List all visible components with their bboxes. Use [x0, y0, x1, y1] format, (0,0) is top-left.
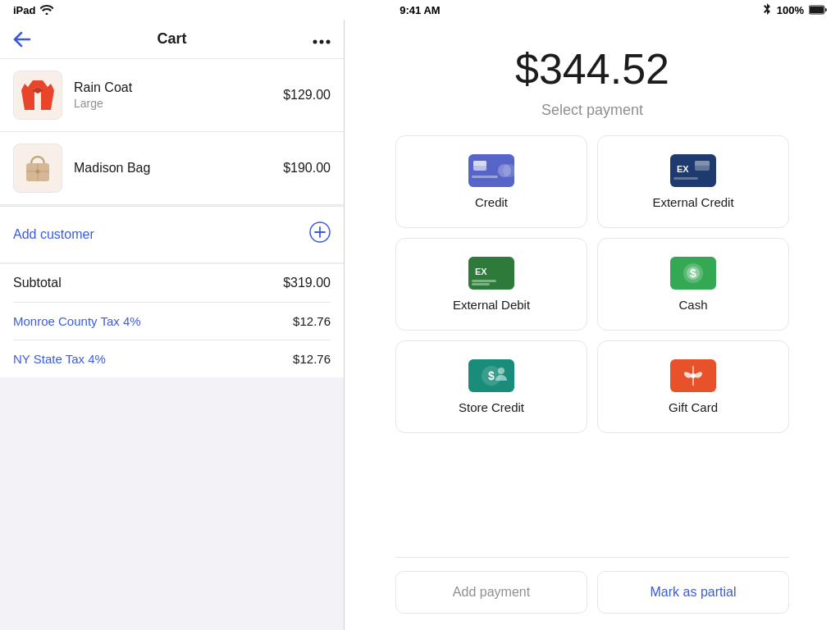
more-options-button[interactable]	[313, 30, 331, 48]
cart-header: Cart	[0, 20, 344, 59]
bottom-buttons: Add payment Mark as partial	[395, 557, 789, 630]
back-button[interactable]	[13, 31, 31, 48]
svg-point-3	[313, 40, 317, 44]
cart-items-list: Rain Coat Large $129.00	[0, 59, 344, 205]
credit-label: Credit	[475, 195, 508, 209]
item-image-bag	[13, 144, 62, 193]
tax-row-1: Monroe County Tax 4% $12.76	[13, 303, 331, 340]
total-amount: $344.52	[515, 44, 669, 94]
status-right: 100%	[762, 3, 827, 16]
store-credit-icon: $	[468, 359, 514, 392]
svg-point-39	[498, 368, 504, 374]
credit-option[interactable]: Credit	[395, 135, 587, 228]
credit-icon	[468, 154, 514, 187]
store-credit-option[interactable]: $ Store Credit	[395, 340, 587, 433]
svg-rect-31	[472, 283, 490, 285]
cart-item: Madison Bag $190.00	[0, 132, 344, 205]
svg-rect-27	[673, 177, 698, 180]
cash-icon: $	[670, 257, 716, 290]
add-customer-button[interactable]: Add customer	[0, 206, 344, 263]
item-price-coat: $129.00	[283, 88, 331, 103]
item-image-coat	[13, 71, 62, 120]
tax-label-1: Monroe County Tax 4%	[13, 314, 141, 328]
cart-panel: Cart	[0, 20, 345, 630]
totals-section: Subtotal $319.00 Monroe County Tax 4% $1…	[0, 264, 344, 377]
svg-rect-19	[473, 161, 486, 166]
svg-text:$: $	[488, 369, 495, 382]
battery-icon	[809, 5, 827, 15]
payment-options-grid: Credit EX External Credit	[395, 135, 789, 433]
main-layout: Cart	[0, 20, 840, 630]
cart-title: Cart	[157, 30, 186, 48]
gift-card-label: Gift Card	[669, 400, 718, 414]
item-details-bag: Madison Bag	[74, 161, 283, 176]
tax-label-2: NY State Tax 4%	[13, 352, 106, 366]
cart-item: Rain Coat Large $129.00	[0, 59, 344, 132]
external-credit-option[interactable]: EX External Credit	[597, 135, 789, 228]
item-name: Madison Bag	[74, 161, 283, 176]
external-debit-icon: EX	[468, 257, 514, 290]
status-bar: iPad 9:41 AM 100%	[0, 0, 840, 20]
status-left: iPad	[13, 4, 53, 16]
mark-partial-button[interactable]: Mark as partial	[597, 571, 789, 614]
tax-row-2: NY State Tax 4% $12.76	[13, 340, 331, 377]
cash-option[interactable]: $ Cash	[597, 238, 789, 331]
external-debit-option[interactable]: EX External Debit	[395, 238, 587, 331]
svg-text:$: $	[690, 267, 696, 280]
svg-point-13	[36, 170, 40, 174]
svg-rect-26	[695, 161, 710, 166]
external-credit-label: External Credit	[652, 195, 733, 209]
item-name: Rain Coat	[74, 80, 283, 95]
select-payment-label: Select payment	[541, 102, 643, 119]
item-variant: Large	[74, 97, 283, 110]
external-debit-label: External Debit	[453, 298, 530, 312]
svg-point-4	[319, 40, 323, 44]
tax-value-2: $12.76	[293, 352, 331, 366]
svg-text:EX: EX	[677, 164, 689, 174]
subtotal-value: $319.00	[283, 276, 331, 290]
device-label: iPad	[13, 4, 35, 16]
add-customer-label: Add customer	[13, 227, 94, 242]
gift-card-icon	[670, 359, 716, 392]
svg-text:EX: EX	[475, 267, 487, 276]
svg-rect-1	[810, 7, 824, 13]
add-payment-button[interactable]: Add payment	[395, 571, 587, 614]
subtotal-row: Subtotal $319.00	[13, 264, 331, 303]
bag-icon	[18, 148, 57, 188]
gift-card-option[interactable]: Gift Card	[597, 340, 789, 433]
subtotal-label: Subtotal	[13, 276, 62, 290]
store-credit-label: Store Credit	[459, 400, 524, 414]
svg-point-5	[326, 40, 330, 44]
cash-label: Cash	[678, 298, 707, 312]
item-details-coat: Rain Coat Large	[74, 80, 283, 110]
tax-value-1: $12.76	[293, 314, 331, 328]
bluetooth-icon	[762, 3, 772, 16]
coat-icon	[18, 75, 57, 115]
svg-rect-20	[472, 176, 498, 178]
add-customer-icon	[309, 221, 331, 248]
wifi-icon	[40, 5, 53, 15]
battery-label: 100%	[777, 4, 804, 16]
payment-panel: $344.52 Select payment Credit	[345, 20, 840, 630]
status-time: 9:41 AM	[399, 4, 440, 16]
svg-rect-30	[472, 280, 496, 282]
external-credit-icon: EX	[670, 154, 716, 187]
item-price-bag: $190.00	[283, 161, 331, 176]
